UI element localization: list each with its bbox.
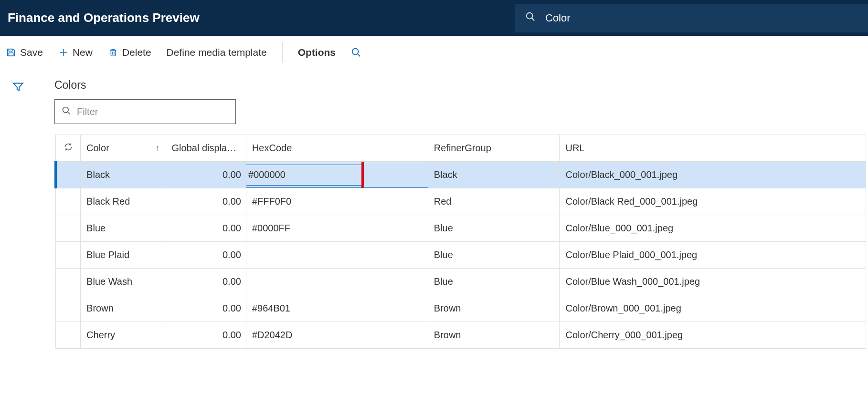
col-color-label: Color [86,143,109,154]
row-selector[interactable] [56,188,81,215]
cell-global-display-order[interactable]: 0.00 [166,188,246,215]
cell-color[interactable]: Black [81,162,166,188]
cell-hexcode[interactable]: #0000FF [246,215,428,242]
app-title: Finance and Operations Preview [8,10,200,25]
content-area: Colors Color [36,69,868,349]
cell-url[interactable]: Color/Cherry_000_001.jpeg [560,322,866,349]
cell-global-display-order[interactable]: 0.00 [166,269,246,295]
define-media-label: Define media template [167,47,267,58]
cell-color[interactable]: Brown [81,295,166,322]
options-label: Options [298,47,336,58]
refresh-header[interactable] [56,135,81,162]
save-button[interactable]: Save [6,47,43,58]
grid-filter-input[interactable] [77,106,229,117]
delete-button[interactable]: Delete [108,47,151,58]
svg-rect-3 [9,52,13,55]
new-label: New [73,47,93,58]
app-titlebar: Finance and Operations Preview [0,0,868,36]
svg-point-0 [527,13,533,19]
cell-hexcode[interactable]: #964B01 [246,295,428,322]
cell-hexcode[interactable] [246,269,428,295]
svg-point-8 [352,48,359,54]
cell-global-display-order[interactable]: 0.00 [166,162,246,188]
table-row[interactable]: Blue0.00#0000FFBlueColor/Blue_000_001.jp… [56,215,866,242]
define-media-template-button[interactable]: Define media template [167,47,267,58]
table-row[interactable]: Black0.00#000000BlackColor/Black_000_001… [56,162,866,188]
cell-url[interactable]: Color/Brown_000_001.jpeg [560,295,866,322]
save-label: Save [20,47,43,58]
sort-asc-icon: ↑ [156,143,160,153]
cell-global-display-order[interactable]: 0.00 [166,322,246,349]
cell-url[interactable]: Color/Blue Plaid_000_001.jpeg [560,242,866,269]
hexcode-input[interactable]: #000000 [246,165,362,186]
col-global-display-order[interactable]: Global display ... [166,135,246,162]
table-row[interactable]: Blue Wash0.00BlueColor/Blue Wash_000_001… [56,269,866,295]
command-bar: Save New Delete Define media template Op… [0,36,868,69]
cell-color[interactable]: Black Red [81,188,166,215]
svg-rect-2 [9,49,12,51]
cell-url[interactable]: Color/Black Red_000_001.jpeg [560,188,866,215]
search-icon [62,106,71,118]
cell-color[interactable]: Blue Plaid [81,242,166,269]
trash-icon [108,47,118,58]
cell-refinergroup[interactable]: Brown [428,322,560,349]
refresh-icon [62,142,74,152]
cell-url[interactable]: Color/Blue_000_001.jpeg [560,215,866,242]
col-refinergroup[interactable]: RefinerGroup [428,135,560,162]
cell-global-display-order[interactable]: 0.00 [166,215,246,242]
plus-icon [58,47,69,58]
table-row[interactable]: Cherry0.00#D2042DBrownColor/Cherry_000_0… [56,322,866,349]
save-icon [6,47,16,58]
svg-line-1 [532,18,535,21]
row-selector[interactable] [56,215,81,242]
col-color[interactable]: Color ↑ [81,135,166,162]
cell-global-display-order[interactable]: 0.00 [166,242,246,269]
row-selector[interactable] [56,295,81,322]
cell-url[interactable]: Color/Blue Wash_000_001.jpeg [560,269,866,295]
colors-grid: Color ↑ Global display ... HexCode Refin… [54,135,866,349]
cell-refinergroup[interactable]: Blue [428,269,560,295]
grid-filter[interactable] [54,99,236,124]
cell-refinergroup[interactable]: Red [428,188,560,215]
new-button[interactable]: New [58,47,93,58]
svg-point-10 [63,107,69,113]
table-row[interactable]: Brown0.00#964B01BrownColor/Brown_000_001… [56,295,866,322]
filter-rail [0,69,36,349]
row-selector[interactable] [56,242,81,269]
cell-refinergroup[interactable]: Blue [428,215,560,242]
options-button[interactable]: Options [298,47,336,58]
cell-color[interactable]: Blue [81,215,166,242]
row-selector[interactable] [56,322,81,349]
cell-hexcode[interactable]: #FFF0F0 [246,188,428,215]
global-search-input[interactable] [545,12,857,24]
delete-label: Delete [122,47,151,58]
grid-header-row: Color ↑ Global display ... HexCode Refin… [56,135,866,162]
cell-color[interactable]: Cherry [81,322,166,349]
global-search[interactable] [515,4,868,32]
table-row[interactable]: Black Red0.00#FFF0F0RedColor/Black Red_0… [56,188,866,215]
cell-url[interactable]: Color/Black_000_001.jpeg [560,162,866,188]
search-icon [351,47,361,58]
cell-refinergroup[interactable]: Brown [428,295,560,322]
cell-hexcode[interactable]: #000000 [246,162,428,188]
funnel-icon[interactable] [12,85,24,95]
svg-line-9 [358,53,360,56]
search-icon [525,11,536,24]
cell-refinergroup[interactable]: Blue [428,242,560,269]
cell-global-display-order[interactable]: 0.00 [166,295,246,322]
cell-refinergroup[interactable]: Black [428,162,560,188]
col-hexcode[interactable]: HexCode [246,135,428,162]
svg-line-11 [68,112,70,114]
cell-hexcode[interactable] [246,242,428,269]
find-button[interactable] [351,47,361,58]
table-row[interactable]: Blue Plaid0.00BlueColor/Blue Plaid_000_0… [56,242,866,269]
command-divider [282,42,283,63]
row-selector[interactable] [56,269,81,295]
page-title: Colors [54,79,868,92]
col-url[interactable]: URL [560,135,866,162]
row-selector[interactable] [56,162,81,188]
cell-hexcode[interactable]: #D2042D [246,322,428,349]
cell-color[interactable]: Blue Wash [81,269,166,295]
